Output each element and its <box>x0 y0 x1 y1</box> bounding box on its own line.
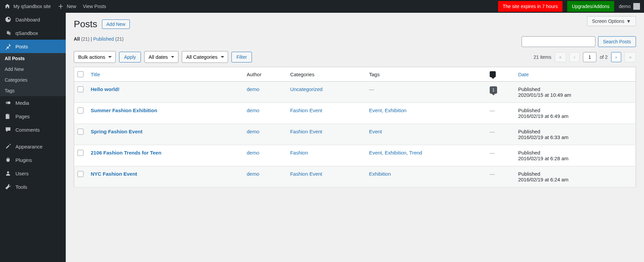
post-status: Published <box>518 150 632 156</box>
sidebar-item-comments[interactable]: Comments <box>0 123 66 136</box>
row-checkbox[interactable] <box>77 171 84 177</box>
svg-point-3 <box>7 171 9 173</box>
filter-all[interactable]: All (21) <box>74 36 90 42</box>
apply-button[interactable]: Apply <box>119 52 141 62</box>
col-title[interactable]: Title <box>88 67 244 82</box>
upgrades-link[interactable]: Upgrades/Addons <box>567 1 614 12</box>
tags-link[interactable]: Event <box>369 129 382 134</box>
author-link[interactable]: demo <box>247 86 259 92</box>
prev-page-button[interactable]: ‹ <box>570 52 580 62</box>
author-link[interactable]: demo <box>247 129 259 134</box>
sidebar-item-qsandbox[interactable]: qSandbox <box>0 26 66 40</box>
search-input[interactable] <box>522 36 595 47</box>
next-page-button[interactable]: › <box>611 52 622 62</box>
pages-icon <box>5 113 11 120</box>
last-page-button[interactable]: » <box>625 52 636 62</box>
post-title-link[interactable]: NYC Fashion Event <box>91 171 137 177</box>
items-count: 21 items <box>534 54 551 60</box>
col-author[interactable]: Author <box>243 67 286 82</box>
sidebar-item-dashboard[interactable]: Dashboard <box>0 13 66 26</box>
sidebar-item-users[interactable]: Users <box>0 167 66 180</box>
sidebar-item-pages[interactable]: Pages <box>0 110 66 123</box>
category-filter-select[interactable]: All Categories <box>182 51 228 63</box>
col-categories[interactable]: Categories <box>287 67 366 82</box>
new-content-link[interactable]: New <box>57 3 76 10</box>
svg-point-2 <box>8 101 10 104</box>
avatar-icon <box>633 3 640 10</box>
new-label: New <box>67 4 76 9</box>
post-title-link[interactable]: Hello world! <box>91 86 120 92</box>
tags-link[interactable]: Event, Exhibition, Trend <box>369 150 422 156</box>
bulk-actions-select[interactable]: Bulk actions <box>74 51 116 63</box>
caret-down-icon: ▼ <box>626 18 631 24</box>
sidebar-item-plugins[interactable]: Plugins <box>0 153 66 167</box>
select-all-checkbox[interactable] <box>77 71 84 77</box>
author-link[interactable]: demo <box>247 107 259 113</box>
media-icon <box>5 99 11 106</box>
main-content: Screen Options ▼ Posts Add New All (21) … <box>66 13 644 262</box>
row-checkbox[interactable] <box>77 150 84 156</box>
author-link[interactable]: demo <box>247 171 259 177</box>
search-button[interactable]: Search Posts <box>598 36 636 47</box>
submenu-categories[interactable]: Categories <box>0 75 66 85</box>
post-datetime: 2016/02/19 at 6:28 am <box>518 156 632 161</box>
sidebar-item-media[interactable]: Media <box>0 96 66 110</box>
table-row: Hello world!demoUncategorized—1Published… <box>74 82 636 103</box>
tags-link[interactable]: Event, Exhibition <box>369 107 407 113</box>
col-tags[interactable]: Tags <box>366 67 486 82</box>
filter-published[interactable]: Published (21) <box>93 36 123 42</box>
tags-link[interactable]: Exhibition <box>369 171 391 177</box>
submenu-add-new[interactable]: Add New <box>0 64 66 75</box>
post-title-link[interactable]: 2106 Fashion Trends for Teen <box>91 150 162 156</box>
post-datetime: 2016/02/19 at 6:33 am <box>518 134 632 140</box>
category-link[interactable]: Uncategorized <box>290 86 323 92</box>
comment-count-badge[interactable]: 1 <box>490 86 497 94</box>
site-name-link[interactable]: My qSandbox site <box>4 3 51 10</box>
category-link[interactable]: Fashion Event <box>290 129 322 134</box>
page-title: Posts <box>74 19 97 30</box>
gear-icon <box>5 30 11 36</box>
current-page-input[interactable] <box>583 52 596 62</box>
col-comments[interactable] <box>486 67 515 82</box>
table-row: 2106 Fashion Trends for TeendemoFashionE… <box>74 145 636 166</box>
post-status: Published <box>518 86 632 92</box>
svg-point-0 <box>7 32 9 34</box>
brush-icon <box>5 143 11 150</box>
submenu-all-posts[interactable]: All Posts <box>0 53 66 64</box>
dashboard-icon <box>5 16 11 23</box>
col-date[interactable]: Date <box>515 67 636 82</box>
admin-sidebar: Dashboard qSandbox Posts All Posts Add N… <box>0 13 66 262</box>
screen-options-toggle[interactable]: Screen Options ▼ <box>587 16 636 26</box>
category-link[interactable]: Fashion Event <box>290 107 322 113</box>
sidebar-item-appearance[interactable]: Appearance <box>0 140 66 153</box>
row-checkbox[interactable] <box>77 86 84 92</box>
author-link[interactable]: demo <box>247 150 259 156</box>
first-page-button[interactable]: « <box>555 52 566 62</box>
post-title-link[interactable]: Summer Fashion Exhibition <box>91 107 157 113</box>
status-filter-links: All (21) | Published (21) <box>74 36 123 42</box>
row-checkbox[interactable] <box>77 129 84 135</box>
table-row: Summer Fashion ExhibitiondemoFashion Eve… <box>74 103 636 124</box>
user-menu[interactable]: demo <box>619 3 640 10</box>
category-link[interactable]: Fashion Event <box>290 171 322 177</box>
post-title-link[interactable]: Spring Fashion Event <box>91 129 143 134</box>
add-new-button[interactable]: Add New <box>102 19 130 29</box>
view-posts-link[interactable]: View Posts <box>83 4 106 9</box>
row-checkbox[interactable] <box>77 107 84 114</box>
filter-button[interactable]: Filter <box>231 52 252 62</box>
no-comments: — <box>490 107 495 113</box>
plus-icon <box>57 3 64 10</box>
no-tags: — <box>369 86 374 92</box>
date-filter-select[interactable]: All dates <box>144 51 178 63</box>
post-datetime: 2016/02/19 at 6:24 am <box>518 177 632 182</box>
post-datetime: 2020/01/15 at 10:49 am <box>518 92 632 98</box>
posts-table: Title Author Categories Tags Date Hello … <box>74 67 636 187</box>
sidebar-item-posts[interactable]: Posts <box>0 40 66 53</box>
sidebar-item-tools[interactable]: Tools <box>0 180 66 193</box>
category-link[interactable]: Fashion <box>290 150 308 156</box>
submenu-tags[interactable]: Tags <box>0 85 66 96</box>
no-comments: — <box>490 150 495 156</box>
table-row: NYC Fashion EventdemoFashion EventExhibi… <box>74 166 636 187</box>
no-comments: — <box>490 129 495 134</box>
admin-bar: My qSandbox site New View Posts The site… <box>0 0 644 13</box>
